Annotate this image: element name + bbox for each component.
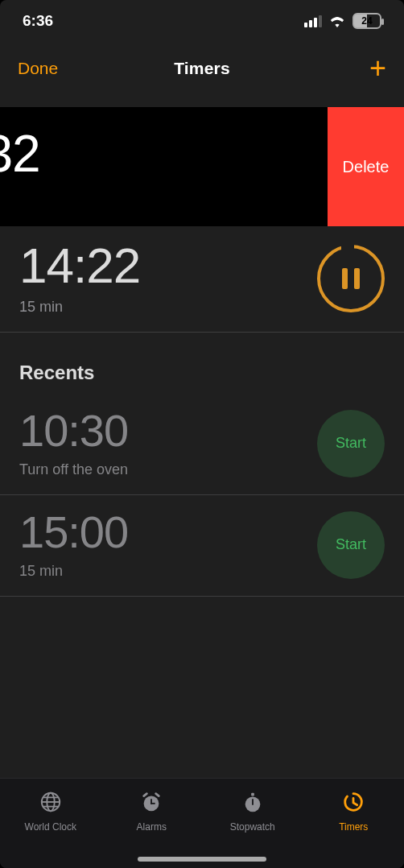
recents-header: Recents — [0, 333, 404, 394]
recent-timer-label: 15 min — [19, 563, 128, 580]
recent-timer-time: 10:30 — [19, 408, 128, 453]
tab-stopwatch[interactable]: Stopwatch — [202, 790, 303, 833]
timers-list: 14:22 15 min Recents 10:30 Turn off the … — [0, 226, 404, 778]
stopwatch-icon — [241, 790, 265, 816]
status-right: 24 — [304, 13, 381, 29]
start-button[interactable]: Start — [317, 511, 385, 579]
tab-bar: World Clock Alarms Stopwatc — [0, 778, 404, 868]
tab-alarms[interactable]: Alarms — [101, 790, 203, 833]
nav-bar: Done Timers + — [0, 42, 404, 95]
page-title: Timers — [174, 59, 230, 78]
wifi-icon — [328, 14, 346, 27]
svg-rect-5 — [150, 803, 155, 804]
pause-button[interactable] — [317, 245, 385, 312]
timer-icon — [341, 790, 365, 816]
globe-icon — [39, 790, 63, 816]
active-timer-time: 9:32 — [0, 128, 308, 180]
status-time: 6:36 — [23, 12, 53, 30]
svg-rect-7 — [251, 793, 254, 796]
alarm-clock-icon — [139, 790, 163, 816]
recent-timer-row[interactable]: 10:30 Turn off the oven Start — [0, 394, 404, 495]
recent-timer-time: 15:00 — [19, 510, 128, 555]
pause-icon — [342, 268, 360, 289]
recent-timer-label: Turn off the oven — [19, 461, 128, 478]
status-bar: 6:36 24 — [0, 0, 404, 42]
active-timer-row[interactable]: 14:22 15 min — [0, 226, 404, 333]
active-timer-label: the oven — [0, 188, 308, 205]
tab-label: Timers — [339, 821, 368, 833]
battery-icon: 24 — [352, 13, 381, 29]
cellular-signal-icon — [304, 15, 322, 27]
tab-label: Stopwatch — [230, 821, 275, 833]
active-timer-time: 14:22 — [19, 241, 140, 291]
home-indicator[interactable] — [138, 857, 266, 862]
tab-timers[interactable]: Timers — [303, 790, 405, 833]
done-button[interactable]: Done — [18, 59, 58, 78]
active-timer-content: 9:32 the oven — [0, 114, 328, 221]
tab-label: World Clock — [25, 821, 76, 833]
delete-button[interactable]: Delete — [328, 107, 404, 226]
svg-rect-8 — [252, 799, 254, 805]
battery-percent: 24 — [361, 15, 372, 27]
active-timer-row-swiped[interactable]: 9:32 the oven Delete — [0, 107, 404, 226]
add-timer-button[interactable]: + — [369, 54, 386, 83]
tab-label: Alarms — [137, 821, 167, 833]
recent-timer-row[interactable]: 15:00 15 min Start — [0, 495, 404, 597]
clock-app-screen: 6:36 24 Done Timers + 9:32 — [0, 0, 404, 868]
tab-world-clock[interactable]: World Clock — [0, 790, 101, 833]
start-button[interactable]: Start — [317, 410, 385, 477]
active-timer-label: 15 min — [19, 299, 140, 316]
